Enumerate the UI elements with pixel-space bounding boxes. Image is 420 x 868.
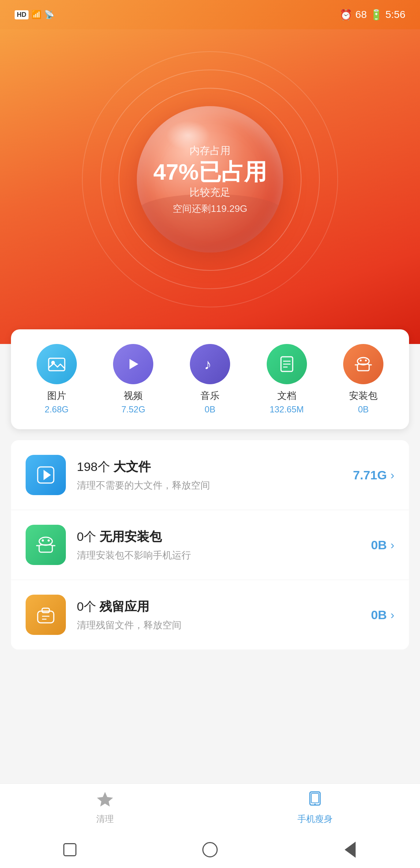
photo-size: 2.68G bbox=[45, 404, 68, 415]
battery-level: 68 bbox=[355, 9, 367, 20]
video-size: 7.52G bbox=[121, 404, 145, 415]
doc-label: 文档 bbox=[277, 389, 296, 402]
apk-icon bbox=[343, 344, 383, 384]
clean-icon bbox=[97, 790, 113, 810]
file-type-card: 图片 2.68G 视频 7.52G ♪ 音乐 0B bbox=[11, 329, 409, 429]
list-item-leftover[interactable]: 0个 残留应用 清理残留文件，释放空间 0B › bbox=[11, 580, 409, 650]
slim-icon bbox=[307, 790, 323, 810]
svg-rect-23 bbox=[42, 608, 49, 613]
big-file-count: 198个 bbox=[77, 460, 113, 474]
video-icon bbox=[113, 344, 153, 384]
system-nav-bar bbox=[0, 831, 420, 868]
apk-list-count: 0个 bbox=[77, 530, 100, 543]
music-size: 0B bbox=[205, 404, 215, 415]
leftover-chevron: › bbox=[390, 608, 394, 622]
file-type-music[interactable]: ♪ 音乐 0B bbox=[190, 344, 230, 415]
music-icon: ♪ bbox=[190, 344, 230, 384]
big-file-size: 7.71G bbox=[353, 468, 387, 482]
doc-icon bbox=[267, 344, 307, 384]
hd-badge: HD bbox=[15, 10, 29, 19]
clock: 5:56 bbox=[386, 9, 406, 20]
file-type-video[interactable]: 视频 7.52G bbox=[113, 344, 153, 415]
svg-text:♪: ♪ bbox=[204, 356, 211, 372]
battery-icon: 🔋 bbox=[370, 9, 383, 21]
apk-list-icon bbox=[26, 525, 66, 565]
outer-ring-1: 内存占用 47%已占用 比较充足 空间还剩119.29G bbox=[119, 88, 301, 271]
video-label: 视频 bbox=[124, 389, 143, 402]
leftover-label: 残留应用 bbox=[100, 599, 149, 613]
svg-rect-19 bbox=[39, 545, 52, 552]
svg-marker-26 bbox=[97, 792, 113, 807]
svg-point-10 bbox=[365, 360, 367, 362]
file-types-row: 图片 2.68G 视频 7.52G ♪ 音乐 0B bbox=[18, 344, 402, 415]
outer-ring-3: 内存占用 47%已占用 比较充足 空间还剩119.29G bbox=[82, 51, 338, 307]
svg-point-17 bbox=[42, 539, 44, 542]
memory-percent: 47%已占用 bbox=[153, 161, 267, 183]
recents-button[interactable] bbox=[59, 839, 81, 861]
svg-point-9 bbox=[360, 360, 362, 362]
status-right: ⏰ 68 🔋 5:56 bbox=[340, 9, 405, 21]
memory-status: 比较充足 bbox=[153, 186, 267, 199]
memory-bubble[interactable]: 内存占用 47%已占用 比较充足 空间还剩119.29G bbox=[137, 106, 283, 252]
svg-marker-2 bbox=[130, 359, 138, 369]
recents-icon bbox=[63, 843, 76, 856]
big-file-chevron: › bbox=[390, 468, 394, 482]
svg-marker-15 bbox=[44, 470, 51, 480]
big-file-content: 198个 大文件 清理不需要的大文件，释放空间 bbox=[77, 459, 353, 492]
big-file-icon bbox=[26, 455, 66, 495]
svg-point-18 bbox=[48, 539, 50, 542]
photo-icon bbox=[37, 344, 77, 384]
apk-label: 安装包 bbox=[349, 389, 378, 402]
svg-rect-0 bbox=[49, 358, 65, 371]
apk-list-content: 0个 无用安装包 清理安装包不影响手机运行 bbox=[77, 528, 371, 562]
apk-list-right: 0B › bbox=[371, 538, 394, 552]
big-file-title: 198个 大文件 bbox=[77, 459, 353, 475]
apk-list-subtitle: 清理安装包不影响手机运行 bbox=[77, 549, 371, 562]
signal-icon: 📶 bbox=[31, 10, 41, 19]
file-type-doc[interactable]: 文档 132.65M bbox=[267, 344, 307, 415]
leftover-count: 0个 bbox=[77, 599, 100, 613]
outer-ring-2: 内存占用 47%已占用 比较充足 空间还剩119.29G bbox=[100, 70, 320, 289]
memory-remaining: 空间还剩119.29G bbox=[153, 202, 267, 215]
back-icon bbox=[345, 842, 356, 858]
wifi-icon: 📡 bbox=[44, 10, 54, 19]
big-file-right: 7.71G › bbox=[353, 468, 394, 482]
leftover-size: 0B bbox=[371, 608, 387, 622]
leftover-subtitle: 清理残留文件，释放空间 bbox=[77, 619, 371, 632]
svg-point-16 bbox=[39, 537, 52, 545]
clean-label: 清理 bbox=[96, 813, 114, 825]
memory-label: 内存占用 bbox=[153, 144, 267, 158]
photo-label: 图片 bbox=[47, 389, 66, 402]
big-file-subtitle: 清理不需要的大文件，释放空间 bbox=[77, 479, 353, 492]
doc-size: 132.65M bbox=[270, 404, 304, 415]
list-item-apk[interactable]: 0个 无用安装包 清理安装包不影响手机运行 0B › bbox=[11, 510, 409, 580]
big-file-label: 大文件 bbox=[113, 460, 151, 474]
alarm-icon: ⏰ bbox=[340, 9, 352, 21]
nav-tab-clean[interactable]: 清理 bbox=[0, 784, 210, 831]
leftover-right: 0B › bbox=[371, 608, 394, 622]
file-type-apk[interactable]: 安装包 0B bbox=[343, 344, 383, 415]
header-area: 内存占用 47%已占用 比较充足 空间还剩119.29G bbox=[0, 29, 420, 344]
list-item-bigfile[interactable]: 198个 大文件 清理不需要的大文件，释放空间 7.71G › bbox=[11, 440, 409, 510]
leftover-title: 0个 残留应用 bbox=[77, 598, 371, 615]
status-bar: HD 📶 📡 ⏰ 68 🔋 5:56 bbox=[0, 0, 420, 29]
leftover-content: 0个 残留应用 清理残留文件，释放空间 bbox=[77, 598, 371, 632]
home-icon bbox=[202, 842, 218, 857]
list-area: 198个 大文件 清理不需要的大文件，释放空间 7.71G › 0个 无用安装包 bbox=[11, 440, 409, 650]
apk-size: 0B bbox=[358, 404, 368, 415]
file-type-photo[interactable]: 图片 2.68G bbox=[37, 344, 77, 415]
svg-point-29 bbox=[314, 804, 316, 805]
circle-container: 内存占用 47%已占用 比较充足 空间还剩119.29G bbox=[0, 29, 420, 322]
apk-list-size: 0B bbox=[371, 538, 387, 552]
leftover-icon bbox=[26, 595, 66, 635]
home-button[interactable] bbox=[199, 839, 221, 861]
back-button[interactable] bbox=[339, 839, 361, 861]
apk-list-label: 无用安装包 bbox=[100, 530, 162, 543]
svg-rect-28 bbox=[311, 793, 319, 803]
nav-tabs: 清理 手机瘦身 bbox=[0, 784, 420, 831]
bottom-nav: 清理 手机瘦身 bbox=[0, 783, 420, 868]
apk-list-chevron: › bbox=[390, 538, 394, 552]
bubble-text: 内存占用 47%已占用 比较充足 空间还剩119.29G bbox=[153, 144, 267, 215]
nav-tab-slim[interactable]: 手机瘦身 bbox=[210, 784, 420, 831]
slim-label: 手机瘦身 bbox=[297, 813, 333, 825]
